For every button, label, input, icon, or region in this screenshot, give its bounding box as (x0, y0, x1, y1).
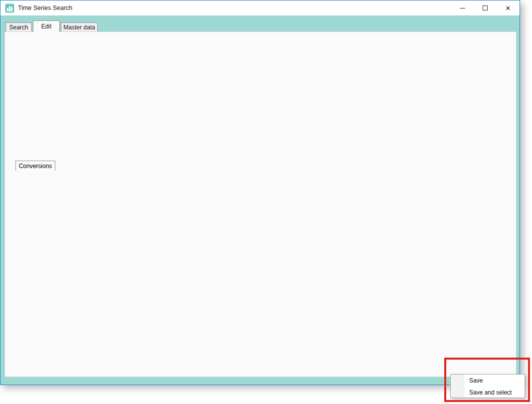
tab-master-data[interactable]: Master data (61, 22, 98, 32)
menu-item[interactable]: Save (451, 375, 525, 387)
close-button[interactable]: ✕ (497, 0, 520, 15)
bar-chart-icon (5, 3, 14, 13)
tab-conversions[interactable]: Conversions (15, 161, 55, 171)
close-icon: ✕ (506, 5, 511, 11)
menu-item[interactable]: Save and select (451, 387, 525, 399)
title-bar: Time Series Search ✕ (0, 0, 520, 15)
minimize-icon (460, 8, 465, 8)
edit-tab-page (4, 31, 517, 377)
tab-search[interactable]: Search (5, 22, 32, 32)
window-title: Time Series Search (18, 4, 72, 11)
minimize-button[interactable] (451, 0, 474, 15)
save-dropdown-menu: SaveSave and select (450, 374, 525, 398)
maximize-icon (483, 5, 488, 10)
tab-edit[interactable]: Edit (33, 20, 60, 32)
app-window: Time Series Search ✕ Search Edit Master … (0, 0, 520, 385)
maximize-button[interactable] (474, 0, 497, 15)
